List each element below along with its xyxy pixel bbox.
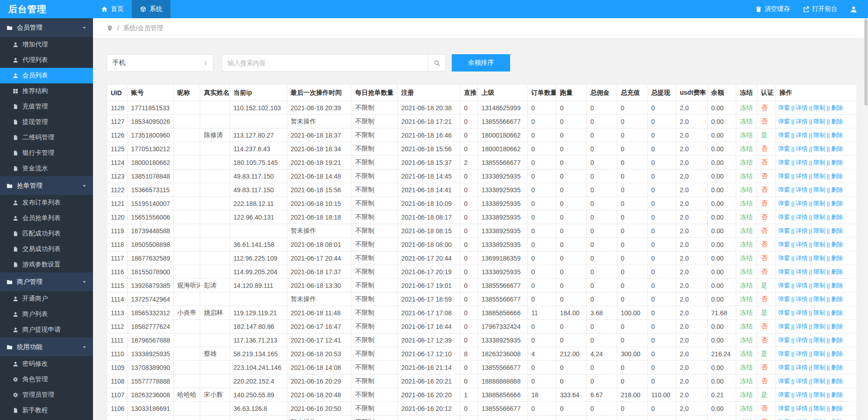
limit-link[interactable]: 限制	[813, 186, 825, 193]
freeze-link[interactable]: 冻结	[740, 186, 753, 193]
sidebar-section-order-grab-management[interactable]: 抢单管理	[0, 176, 93, 195]
delete-link[interactable]: 删除	[831, 350, 843, 357]
limit-link[interactable]: 限制	[813, 419, 825, 420]
sidebar-item-published-order-list[interactable]: 发布订单列表	[0, 195, 93, 210]
sidebar-item-trade-success-list[interactable]: 交易成功列表	[0, 241, 93, 257]
delete-link[interactable]: 删除	[831, 391, 843, 398]
delete-link[interactable]: 删除	[831, 241, 843, 248]
delete-link[interactable]: 删除	[831, 268, 843, 275]
freeze-link[interactable]: 冻结	[740, 268, 753, 275]
freeze-link[interactable]: 冻结	[740, 131, 753, 138]
limit-link[interactable]: 限制	[813, 104, 825, 111]
detail-link[interactable]: 详情	[796, 214, 808, 220]
popup-link[interactable]: 弹窗	[778, 227, 790, 234]
limit-link[interactable]: 限制	[813, 378, 825, 384]
limit-link[interactable]: 限制	[813, 405, 825, 412]
delete-link[interactable]: 删除	[831, 214, 843, 220]
popup-link[interactable]: 弹窗	[778, 159, 790, 166]
limit-link[interactable]: 限制	[813, 255, 825, 261]
delete-link[interactable]: 删除	[831, 378, 843, 384]
limit-link[interactable]: 限制	[813, 214, 825, 220]
sidebar-section-merchant-management[interactable]: 商户管理	[0, 272, 93, 291]
sidebar-item-role-management[interactable]: 角色管理	[0, 372, 93, 387]
popup-link[interactable]: 弹窗	[778, 350, 790, 357]
detail-link[interactable]: 详情	[796, 309, 808, 316]
delete-link[interactable]: 删除	[831, 104, 843, 111]
limit-link[interactable]: 限制	[813, 227, 825, 234]
detail-link[interactable]: 详情	[796, 419, 808, 420]
sidebar-item-game-param-settings[interactable]: 游戏参数设置	[0, 257, 93, 272]
limit-link[interactable]: 限制	[813, 337, 825, 343]
popup-link[interactable]: 弹窗	[778, 419, 790, 420]
delete-link[interactable]: 删除	[831, 132, 843, 138]
tab-home[interactable]: 首页	[93, 0, 132, 18]
freeze-link[interactable]: 冻结	[740, 377, 753, 384]
popup-link[interactable]: 弹窗	[778, 214, 790, 220]
popup-link[interactable]: 弹窗	[778, 337, 790, 343]
popup-link[interactable]: 弹窗	[778, 104, 790, 111]
popup-link[interactable]: 弹窗	[778, 323, 790, 330]
sidebar-item-withdraw-management[interactable]: 提现管理	[0, 114, 93, 130]
detail-link[interactable]: 详情	[796, 337, 808, 343]
sidebar-item-open-merchant[interactable]: 开通商户	[0, 291, 93, 307]
sidebar-item-fund-flow[interactable]: 资金流水	[0, 161, 93, 176]
delete-link[interactable]: 删除	[831, 173, 843, 179]
freeze-link[interactable]: 冻结	[740, 350, 753, 357]
user-menu-button[interactable]	[850, 6, 857, 13]
popup-link[interactable]: 弹窗	[778, 118, 790, 125]
sidebar-item-recharge-management[interactable]: 充值管理	[0, 99, 93, 114]
limit-link[interactable]: 限制	[813, 173, 825, 179]
freeze-link[interactable]: 冻结	[740, 391, 753, 398]
popup-link[interactable]: 弹窗	[778, 145, 790, 152]
open-frontend-button[interactable]: 打开前台	[803, 5, 837, 13]
delete-link[interactable]: 删除	[831, 323, 843, 330]
freeze-link[interactable]: 冻结	[740, 159, 753, 166]
sidebar-item-merchant-withdraw-request[interactable]: 商户提现申请	[0, 322, 93, 338]
popup-link[interactable]: 弹窗	[778, 282, 790, 289]
freeze-link[interactable]: 冻结	[740, 213, 753, 220]
freeze-link[interactable]: 冻结	[740, 241, 753, 248]
delete-link[interactable]: 删除	[831, 405, 843, 412]
freeze-link[interactable]: 冻结	[740, 418, 753, 420]
detail-link[interactable]: 详情	[796, 378, 808, 384]
balance-sort-button[interactable]: 余额排序	[452, 54, 510, 72]
freeze-link[interactable]: 冻结	[740, 200, 753, 207]
limit-link[interactable]: 限制	[813, 296, 825, 302]
popup-link[interactable]: 弹窗	[778, 186, 790, 193]
detail-link[interactable]: 详情	[796, 241, 808, 248]
delete-link[interactable]: 删除	[831, 200, 843, 207]
tab-system[interactable]: 系统	[132, 0, 170, 18]
limit-link[interactable]: 限制	[813, 391, 825, 398]
detail-link[interactable]: 详情	[796, 200, 808, 207]
detail-link[interactable]: 详情	[796, 104, 808, 111]
detail-link[interactable]: 详情	[796, 364, 808, 371]
freeze-link[interactable]: 冻结	[740, 172, 753, 179]
detail-link[interactable]: 详情	[796, 227, 808, 234]
popup-link[interactable]: 弹窗	[778, 391, 790, 398]
limit-link[interactable]: 限制	[813, 241, 825, 248]
sidebar-item-bankcard-management[interactable]: 银行卡管理	[0, 145, 93, 161]
freeze-link[interactable]: 冻结	[740, 282, 753, 289]
limit-link[interactable]: 限制	[813, 282, 825, 289]
sidebar-section-general-functions[interactable]: 统用功能	[0, 338, 93, 356]
sidebar-item-admin-management[interactable]: 管理员管理	[0, 387, 93, 403]
limit-link[interactable]: 限制	[813, 145, 825, 152]
freeze-link[interactable]: 冻结	[740, 254, 753, 261]
freeze-link[interactable]: 冻结	[740, 295, 753, 302]
limit-link[interactable]: 限制	[813, 323, 825, 330]
limit-link[interactable]: 限制	[813, 364, 825, 371]
popup-link[interactable]: 弹窗	[778, 241, 790, 248]
sidebar-item-merchant-list[interactable]: 商户列表	[0, 307, 93, 322]
sidebar-item-beginner-tutorial[interactable]: 新手教程	[0, 403, 93, 418]
delete-link[interactable]: 删除	[831, 337, 843, 343]
clear-cache-button[interactable]: 清空缓存	[755, 5, 790, 13]
delete-link[interactable]: 删除	[831, 118, 843, 125]
detail-link[interactable]: 详情	[796, 350, 808, 357]
freeze-link[interactable]: 冻结	[740, 118, 753, 125]
limit-link[interactable]: 限制	[813, 200, 825, 207]
freeze-link[interactable]: 冻结	[740, 104, 753, 111]
delete-link[interactable]: 删除	[831, 309, 843, 316]
scrollbar-thumb[interactable]	[864, 19, 868, 106]
sidebar-item-member-list[interactable]: 会员列表	[0, 68, 93, 83]
vertical-scrollbar[interactable]	[864, 18, 868, 420]
